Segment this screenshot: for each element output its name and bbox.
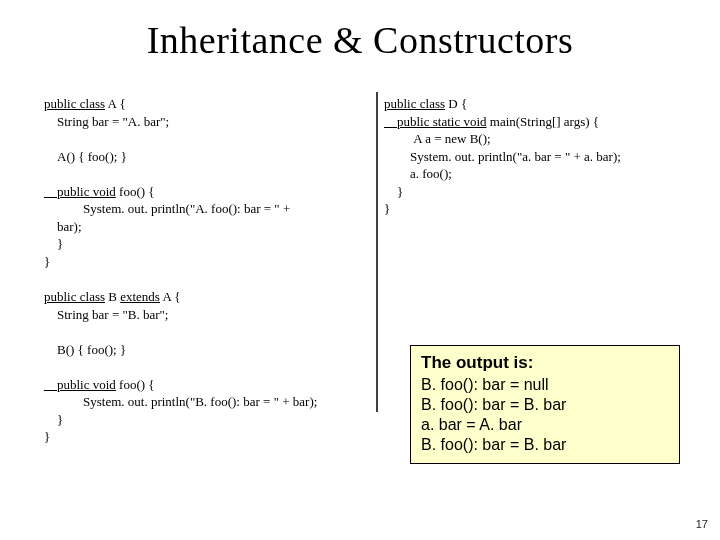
kw-public-class-d: public class [384,96,445,111]
output-line-2: B. foo(): bar = B. bar [421,395,669,415]
code-class-d: public class D { public static void main… [384,95,694,218]
class-d-body1: A a = new B(); [384,131,491,146]
class-a-close: } [44,254,50,269]
class-b-name: B [105,289,120,304]
kw-public-void: public void [44,184,116,199]
class-a-ctor: A() { foo(); } [44,149,127,164]
output-header: The output is: [421,352,669,373]
right-column: public class D { public static void main… [384,95,694,218]
class-a-foo-sig: foo() { [116,184,155,199]
class-b-ctor: B() { foo(); } [44,342,126,357]
page-number: 17 [696,518,708,530]
slide: Inheritance & Constructors public class … [0,0,720,540]
kw-public-class-b: public class [44,289,105,304]
class-b-foo-body: System. out. println("B. foo(): bar = " … [44,394,317,427]
class-b-foo-sig: foo() { [116,377,155,392]
class-b-rest: A { [160,289,181,304]
code-class-a: public class A { String bar = "A. bar"; … [44,95,364,446]
output-line-4: B. foo(): bar = B. bar [421,435,669,455]
class-a-foo-body: System. out. println("A. foo(): bar = " … [44,201,290,251]
output-line-3: a. bar = A. bar [421,415,669,435]
kw-extends: extends [120,289,160,304]
class-a-name: A { [105,96,126,111]
kw-public-void-b: public void [44,377,116,392]
output-line-1: B. foo(): bar = null [421,375,669,395]
class-b-close: } [44,429,50,444]
class-d-name: D { [445,96,467,111]
slide-title: Inheritance & Constructors [0,18,720,62]
left-column: public class A { String bar = "A. bar"; … [44,95,364,446]
output-box: The output is: B. foo(): bar = null B. f… [410,345,680,464]
kw-public-static-void: public static void [384,114,487,129]
class-b-field: String bar = "B. bar"; [44,307,168,322]
class-d-body3: a. foo(); [384,166,452,181]
class-d-body2: System. out. println("a. bar = " + a. ba… [384,149,621,164]
kw-public-class: public class [44,96,105,111]
column-divider [376,92,378,412]
class-d-main-sig: main(String[] args) { [487,114,600,129]
class-d-close: } [384,201,390,216]
class-a-field: String bar = "A. bar"; [44,114,169,129]
class-d-close-main: } [384,184,403,199]
